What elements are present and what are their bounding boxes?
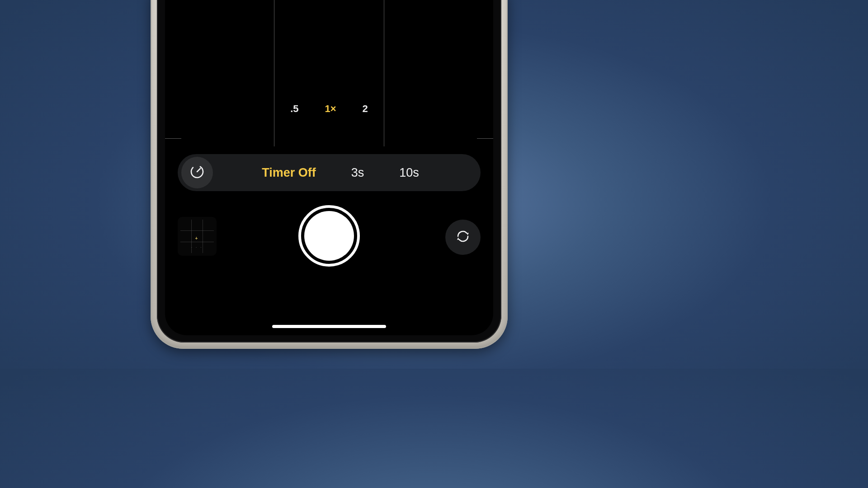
zoom-option-2x[interactable]: 2: [363, 103, 368, 115]
timer-options: Timer Off 3s 10s: [213, 166, 477, 180]
timer-option-off[interactable]: Timer Off: [262, 166, 316, 180]
last-photo-thumbnail[interactable]: + · · ·: [178, 217, 217, 256]
viewfinder[interactable]: .5 1× 2: [165, 0, 493, 146]
flip-camera-button[interactable]: [445, 220, 481, 255]
home-indicator[interactable]: [272, 325, 386, 328]
zoom-selector: .5 1× 2: [165, 103, 493, 115]
timer-icon: [189, 164, 205, 181]
grid-vertical-1: [274, 0, 274, 146]
grid-tick-right: [477, 138, 493, 139]
flip-camera-icon: [454, 227, 472, 247]
camera-screen: .5 1× 2 Timer Off 3s 10s: [165, 0, 493, 335]
grid-tick-left: [165, 138, 181, 139]
shutter-inner: [304, 211, 354, 261]
thumbnail-preview: + · · ·: [180, 220, 214, 253]
bottom-controls: + · · ·: [165, 204, 493, 277]
svg-line-1: [197, 169, 200, 172]
timer-toggle-button[interactable]: [181, 157, 213, 188]
phone-frame: .5 1× 2 Timer Off 3s 10s: [151, 0, 508, 349]
timer-bar: Timer Off 3s 10s: [178, 154, 481, 191]
grid-vertical-2: [384, 0, 384, 146]
zoom-option-1x[interactable]: 1×: [325, 103, 336, 115]
zoom-option-0-5x[interactable]: .5: [290, 103, 298, 115]
shutter-button[interactable]: [298, 205, 360, 267]
timer-option-10s[interactable]: 10s: [399, 166, 419, 180]
timer-option-3s[interactable]: 3s: [351, 166, 364, 180]
